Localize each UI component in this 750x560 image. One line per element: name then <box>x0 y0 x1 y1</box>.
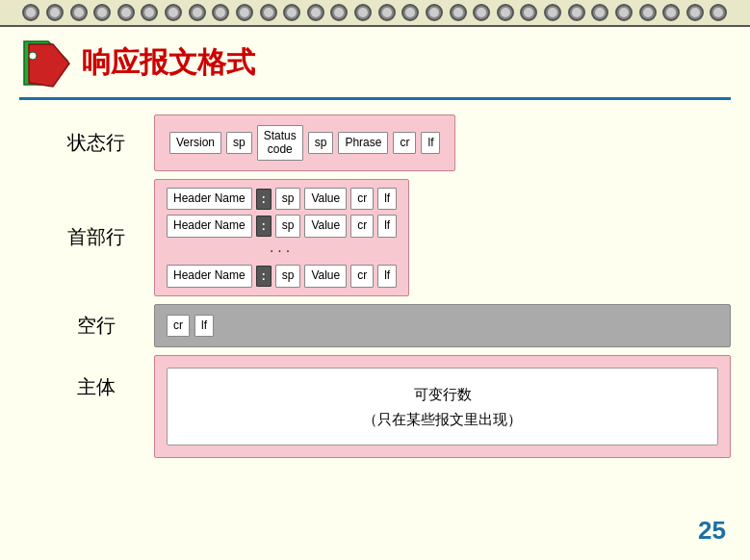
ring <box>450 4 467 21</box>
colon-1: : <box>256 189 272 210</box>
page-header: 响应报文格式 <box>19 37 731 100</box>
empty-line-row: 空行 cr lf <box>58 304 731 348</box>
ring <box>283 4 300 21</box>
body-line1: 可变行数 <box>187 382 698 407</box>
body-outer-box: 可变行数 （只在某些报文里出现） <box>154 355 731 458</box>
header-row-2: Header Name : sp Value cr lf <box>167 215 397 238</box>
header-rows-row: 首部行 Header Name : sp Value cr lf Header … <box>58 179 731 296</box>
sp1-field: sp <box>226 132 252 155</box>
body-label: 主体 <box>58 355 135 458</box>
lf-empty: lf <box>194 315 214 338</box>
ring <box>639 4 657 21</box>
status-line-box: Version sp Statuscode sp Phrase cr lf <box>154 115 455 171</box>
colon-2: : <box>256 216 272 237</box>
ring <box>165 4 182 21</box>
version-field: Version <box>169 132 221 155</box>
header-row-3: Header Name : sp Value cr lf <box>167 265 397 288</box>
ring <box>354 4 372 21</box>
ring <box>568 4 585 21</box>
ring <box>591 4 608 21</box>
ring <box>22 4 39 21</box>
ring <box>330 4 348 21</box>
colon-3: : <box>256 266 272 287</box>
header-row-1: Header Name : sp Value cr lf <box>167 188 397 211</box>
ring <box>117 4 135 21</box>
ring <box>93 4 111 21</box>
header-name-2: Header Name <box>167 215 252 238</box>
ring <box>236 4 253 21</box>
cr-h3: cr <box>350 265 374 288</box>
cr-empty: cr <box>167 315 190 338</box>
value-1: Value <box>304 188 347 211</box>
ring <box>189 4 206 21</box>
content-area: 状态行 Version sp Statuscode sp Phrase cr l… <box>19 115 731 458</box>
lf1-field: lf <box>421 132 440 155</box>
lf-h1: lf <box>377 188 397 211</box>
rings-bar <box>0 0 750 27</box>
svg-point-2 <box>29 52 37 60</box>
cr1-field: cr <box>393 132 416 155</box>
ring <box>710 4 727 21</box>
header-rows-label: 首部行 <box>58 224 135 250</box>
ring <box>426 4 443 21</box>
header-name-1: Header Name <box>167 188 252 211</box>
body-row: 主体 可变行数 （只在某些报文里出现） <box>58 355 731 458</box>
ring <box>615 4 633 21</box>
body-line2: （只在某些报文里出现） <box>187 407 698 432</box>
ring <box>497 4 514 21</box>
ring <box>260 4 277 21</box>
header-rows-box: Header Name : sp Value cr lf Header Name… <box>154 179 409 296</box>
ring <box>401 4 419 21</box>
ring <box>378 4 396 21</box>
ring <box>70 4 88 21</box>
ring <box>473 4 490 21</box>
status-line-label: 状态行 <box>58 130 135 156</box>
cr-h1: cr <box>350 188 374 211</box>
main-content: 响应报文格式 状态行 Version sp Statuscode sp Phra… <box>0 27 750 560</box>
status-line-row: 状态行 Version sp Statuscode sp Phrase cr l… <box>58 115 731 171</box>
empty-line-box: cr lf <box>154 304 731 348</box>
page-number: 25 <box>698 516 726 546</box>
ring <box>544 4 561 21</box>
tag-icon <box>19 37 72 89</box>
value-3: Value <box>304 265 347 288</box>
sp-h1: sp <box>275 188 301 211</box>
ring <box>212 4 229 21</box>
ring <box>307 4 324 21</box>
ring <box>141 4 158 21</box>
empty-line-label: 空行 <box>58 313 135 339</box>
lf-h2: lf <box>377 215 397 238</box>
sp-h3: sp <box>275 265 301 288</box>
sp-h2: sp <box>275 215 301 238</box>
header-name-3: Header Name <box>167 265 252 288</box>
cr-h2: cr <box>350 215 374 238</box>
status-code-field: Statuscode <box>257 125 303 161</box>
dots: ··· <box>167 242 397 260</box>
sp2-field: sp <box>308 132 334 155</box>
ring <box>662 4 680 21</box>
value-2: Value <box>304 215 347 238</box>
ring <box>520 4 537 21</box>
ring <box>46 4 64 21</box>
page-title: 响应报文格式 <box>82 43 255 83</box>
svg-marker-1 <box>29 44 69 87</box>
phrase-field: Phrase <box>338 132 388 155</box>
lf-h3: lf <box>377 265 397 288</box>
ring <box>686 4 704 21</box>
body-inner-box: 可变行数 （只在某些报文里出现） <box>167 368 718 445</box>
